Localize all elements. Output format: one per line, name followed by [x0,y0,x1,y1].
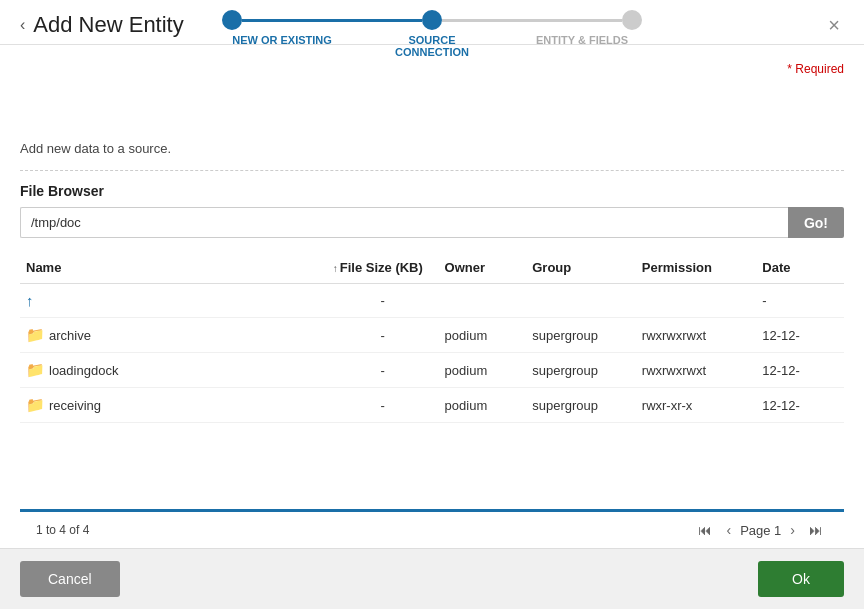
first-page-button[interactable]: ⏮ [693,520,717,540]
cell-date: 12-12- [756,318,844,353]
table-row[interactable]: 📁receiving-podiumsupergrouprwxr-xr-x12-1… [20,388,844,423]
cell-group [526,284,636,318]
go-button[interactable]: Go! [788,207,844,238]
cell-owner: podium [439,388,527,423]
col-header-group: Group [526,252,636,284]
folder-name: loadingdock [49,363,118,378]
stepper-labels: NEW OR EXISTING SOURCE CONNECTION ENTITY… [222,34,642,58]
step-3-circle [622,10,642,30]
required-text: Required [795,62,844,76]
folder-icon: 📁 [26,361,45,379]
col-header-size[interactable]: ↑File Size (KB) [327,252,439,284]
dialog-body: Add new data to a source. File Browser G… [0,125,864,548]
col-header-permission: Permission [636,252,757,284]
step-3-label: ENTITY & FIELDS [522,34,642,58]
table-row[interactable]: 📁loadingdock-podiumsupergrouprwxrwxrwxt1… [20,353,844,388]
ok-button[interactable]: Ok [758,561,844,597]
step-2-circle [422,10,442,30]
file-table: Name ↑File Size (KB) Owner Group Permiss… [20,252,844,423]
folder-icon: 📁 [26,396,45,414]
cell-group: supergroup [526,318,636,353]
cancel-button[interactable]: Cancel [20,561,120,597]
cell-permission [636,284,757,318]
title-area: ‹ Add New Entity [20,12,184,38]
cell-group: supergroup [526,353,636,388]
required-note: * Required [787,62,844,76]
cell-group: supergroup [526,388,636,423]
pagination-bar: 1 to 4 of 4 ⏮ ‹ Page 1 › ⏭ [20,509,844,548]
step-1-circle [222,10,242,30]
up-directory-icon: ↑ [26,292,34,309]
path-row: Go! [20,207,844,238]
step-2-label: SOURCE CONNECTION [372,34,492,58]
cell-name: 📁archive [20,318,327,353]
path-input[interactable] [20,207,788,238]
cell-size: - [327,284,439,318]
cell-size: - [327,353,439,388]
col-header-name: Name [20,252,327,284]
close-button[interactable]: × [824,14,844,37]
cell-permission: rwxr-xr-x [636,388,757,423]
cell-owner: podium [439,318,527,353]
stepper [222,10,642,30]
cell-owner [439,284,527,318]
table-header-row: Name ↑File Size (KB) Owner Group Permiss… [20,252,844,284]
last-page-button[interactable]: ⏭ [804,520,828,540]
folder-name: archive [49,328,91,343]
cell-owner: podium [439,353,527,388]
pagination-controls: ⏮ ‹ Page 1 › ⏭ [693,520,828,540]
step-line-2 [442,19,622,22]
dialog: ‹ Add New Entity × NEW OR EXISTING SOURC… [0,0,864,609]
step-1-label: NEW OR EXISTING [222,34,342,58]
page-label: Page 1 [740,523,781,538]
prev-page-button[interactable]: ‹ [721,520,736,540]
col-header-owner: Owner [439,252,527,284]
pagination-info: 1 to 4 of 4 [36,523,89,537]
sort-arrow-icon: ↑ [333,263,338,274]
col-header-date: Date [756,252,844,284]
file-table-body: ↑--📁archive-podiumsupergrouprwxrwxrwxt12… [20,284,844,423]
section-divider [20,170,844,171]
dialog-footer: Cancel Ok [0,548,864,609]
back-button[interactable]: ‹ [20,16,25,34]
table-row[interactable]: ↑-- [20,284,844,318]
required-asterisk: * [787,62,792,76]
file-browser-label: File Browser [20,183,844,199]
next-page-button[interactable]: › [785,520,800,540]
cell-permission: rwxrwxrwxt [636,353,757,388]
dialog-header: ‹ Add New Entity × NEW OR EXISTING SOURC… [0,0,864,45]
cell-size: - [327,388,439,423]
cell-name: 📁loadingdock [20,353,327,388]
step-line-1 [242,19,422,22]
table-row[interactable]: 📁archive-podiumsupergrouprwxrwxrwxt12-12… [20,318,844,353]
dialog-title: Add New Entity [33,12,183,38]
cell-date: - [756,284,844,318]
folder-icon: 📁 [26,326,45,344]
cell-name: 📁receiving [20,388,327,423]
cell-name: ↑ [20,284,327,318]
subtitle: Add new data to a source. [20,141,844,156]
cell-date: 12-12- [756,388,844,423]
cell-date: 12-12- [756,353,844,388]
cell-permission: rwxrwxrwxt [636,318,757,353]
folder-name: receiving [49,398,101,413]
cell-size: - [327,318,439,353]
